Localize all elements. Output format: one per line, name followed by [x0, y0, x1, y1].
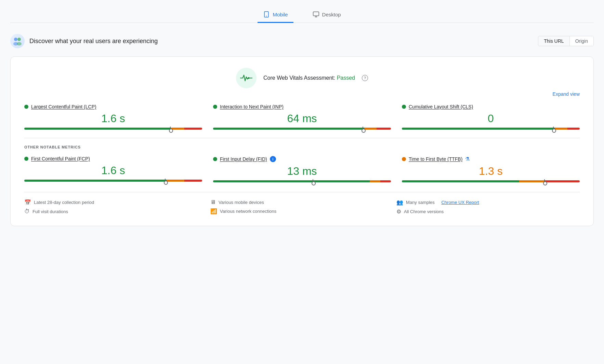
calendar-icon: 📅: [24, 199, 31, 206]
inp-bar-green: [213, 128, 364, 130]
tab-bar: Mobile Desktop: [10, 7, 594, 23]
footer-duration-text: Full visit durations: [32, 209, 68, 214]
cwv-title: Core Web Vitals Assessment: Passed: [263, 75, 355, 81]
metric-fcp-label-row: First Contentful Paint (FCP): [24, 156, 202, 161]
footer-col-2: 🖥 Various mobile devices 📶 Various netwo…: [210, 199, 394, 215]
section-divider: [24, 138, 580, 138]
footer-col-1: 📅 Latest 28-day collection period ⏱ Full…: [24, 199, 208, 215]
fcp-value: 1.6 s: [24, 164, 202, 177]
fid-bar-track: [213, 180, 391, 182]
fid-value: 13 ms: [213, 165, 391, 178]
avatar: [10, 34, 25, 48]
fid-bar-red: [380, 180, 391, 182]
metric-ttfb: Time to First Byte (TTFB) ⚗ 1.3 s: [402, 156, 580, 182]
core-metrics-grid: Largest Contentful Paint (LCP) 1.6 s Int…: [24, 104, 580, 130]
ttfb-lab-icon: ⚗: [465, 156, 470, 162]
chrome-ux-report-link[interactable]: Chrome UX Report: [441, 200, 479, 205]
svg-point-10: [246, 77, 247, 78]
cwv-help-icon[interactable]: ?: [362, 75, 368, 81]
ttfb-bar-red: [544, 180, 580, 182]
fid-dot: [213, 157, 217, 161]
inp-bar: [213, 128, 391, 130]
lcp-bar-track: [24, 128, 202, 130]
lcp-link[interactable]: Largest Contentful Paint (LCP): [31, 104, 96, 109]
cwv-icon-circle: [236, 68, 257, 88]
expand-view: Expand view: [24, 91, 580, 97]
metric-cls: Cumulative Layout Shift (CLS) 0: [402, 104, 580, 130]
fcp-link[interactable]: First Contentful Paint (FCP): [31, 156, 90, 161]
cls-dot: [402, 105, 406, 109]
ttfb-bar-track: [402, 180, 580, 182]
lcp-bar: [24, 128, 202, 130]
people-icon: 👥: [396, 199, 403, 206]
footer-item-collection: 📅 Latest 28-day collection period: [24, 199, 208, 206]
inp-bar-orange: [364, 128, 377, 130]
ttfb-marker: [544, 179, 545, 183]
user-group-icon: [12, 36, 23, 46]
lcp-bar-red: [184, 128, 202, 130]
ttfb-bar-orange: [519, 180, 544, 182]
footer-item-devices: 🖥 Various mobile devices: [210, 199, 394, 205]
cls-marker: [553, 127, 554, 131]
inp-dot: [213, 105, 217, 109]
monitor-icon: 🖥: [210, 199, 216, 205]
fcp-bar-red: [184, 180, 202, 182]
inp-link[interactable]: Interaction to Next Paint (INP): [220, 104, 284, 109]
cwv-assessment-label: Core Web Vitals Assessment:: [263, 75, 335, 81]
mobile-icon: [263, 11, 270, 18]
cls-bar: [402, 128, 580, 130]
cls-bar-green: [402, 128, 555, 130]
page-title: Discover what your real users are experi…: [29, 38, 158, 45]
desktop-icon: [313, 11, 319, 18]
metric-inp-label-row: Interaction to Next Paint (INP): [213, 104, 391, 109]
wifi-icon: 📶: [210, 208, 217, 214]
metric-inp: Interaction to Next Paint (INP) 64 ms: [213, 104, 391, 130]
lcp-dot: [24, 105, 28, 109]
ttfb-link[interactable]: Time to First Byte (TTFB): [409, 156, 462, 162]
fid-link[interactable]: First Input Delay (FID): [220, 156, 267, 162]
svg-point-8: [17, 42, 22, 46]
footer-devices-text: Various mobile devices: [219, 200, 264, 205]
metric-lcp: Largest Contentful Paint (LCP) 1.6 s: [24, 104, 202, 130]
metric-fcp: First Contentful Paint (FCP) 1.6 s: [24, 156, 202, 182]
svg-point-9: [248, 77, 249, 79]
chrome-icon: ⚙: [396, 208, 401, 215]
footer-info: 📅 Latest 28-day collection period ⏱ Full…: [24, 192, 580, 215]
inp-marker: [363, 127, 363, 131]
footer-col-3: 👥 Many samples Chrome UX Report ⚙ All Ch…: [396, 199, 580, 215]
svg-point-5: [14, 38, 17, 41]
footer-collection-text: Latest 28-day collection period: [34, 200, 94, 205]
metric-fid: First Input Delay (FID) i 13 ms: [213, 156, 391, 182]
origin-button[interactable]: Origin: [570, 36, 593, 46]
tab-mobile[interactable]: Mobile: [258, 7, 293, 23]
fcp-bar-green: [24, 180, 167, 182]
metric-lcp-label-row: Largest Contentful Paint (LCP): [24, 104, 202, 109]
cls-link[interactable]: Cumulative Layout Shift (CLS): [409, 104, 473, 109]
lcp-value: 1.6 s: [24, 112, 202, 125]
tab-desktop[interactable]: Desktop: [307, 7, 346, 23]
metric-fid-label-row: First Input Delay (FID) i: [213, 156, 391, 162]
this-url-button[interactable]: This URL: [538, 36, 569, 46]
footer-item-duration: ⏱ Full visit durations: [24, 208, 208, 214]
fcp-dot: [24, 157, 28, 161]
url-origin-toggle: This URL Origin: [538, 36, 594, 46]
other-metrics-grid: First Contentful Paint (FCP) 1.6 s First: [24, 156, 580, 182]
tab-desktop-label: Desktop: [322, 12, 341, 17]
header-section: Discover what your real users are experi…: [10, 31, 594, 51]
fid-bar-green: [213, 180, 370, 182]
footer-item-chrome: ⚙ All Chrome versions: [396, 208, 580, 215]
expand-view-link[interactable]: Expand view: [553, 91, 580, 97]
metric-cls-label-row: Cumulative Layout Shift (CLS): [402, 104, 580, 109]
main-card: Core Web Vitals Assessment: Passed ? Exp…: [10, 56, 594, 226]
cwv-header: Core Web Vitals Assessment: Passed ?: [24, 68, 580, 88]
cls-bar-red: [567, 128, 580, 130]
fcp-bar-track: [24, 180, 202, 182]
fcp-marker: [165, 179, 166, 183]
ttfb-value: 1.3 s: [402, 165, 580, 178]
fid-info-icon[interactable]: i: [270, 156, 276, 162]
cls-value: 0: [402, 112, 580, 125]
fcp-bar: [24, 180, 202, 182]
ttfb-bar-green: [402, 180, 519, 182]
header-left: Discover what your real users are experi…: [10, 34, 158, 48]
other-metrics-label: OTHER NOTABLE METRICS: [24, 145, 580, 149]
